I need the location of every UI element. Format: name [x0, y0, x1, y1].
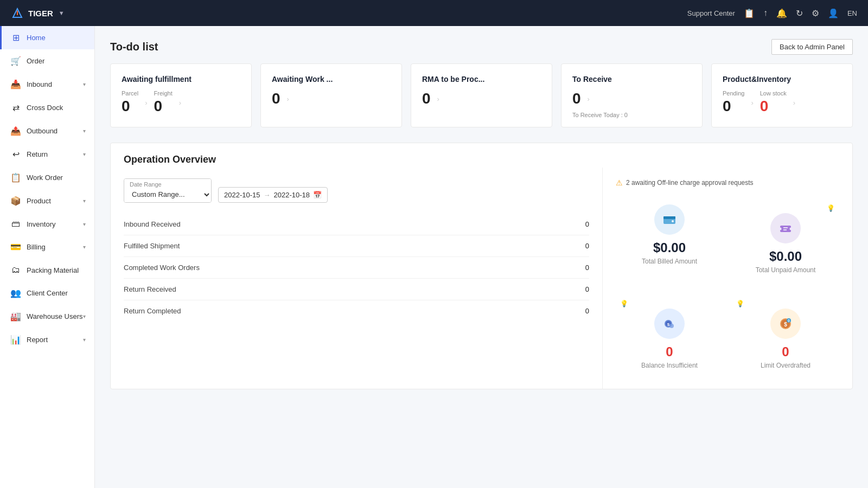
- stats-list: Inbound Received 0 Fulfilled Shipment 0 …: [124, 214, 589, 322]
- parcel-value: 0: [122, 98, 138, 115]
- stat-value: 0: [585, 220, 589, 228]
- home-icon: ⊞: [10, 33, 21, 43]
- metric-total-unpaid: 💡 $0.00: [732, 196, 839, 282]
- date-input-range[interactable]: 2022-10-15 → 2022-10-18 📅: [218, 187, 328, 203]
- card-values-fulfillment: Parcel 0 › Freight 0 ›: [122, 90, 240, 115]
- warehouse-icon: 🏭: [10, 311, 21, 322]
- coins-icon: $: [662, 316, 677, 331]
- sidebar-label-workorder: Work Order: [27, 174, 63, 182]
- chevron-right-icon[interactable]: ›: [791, 97, 797, 109]
- billed-label: Total Billed Amount: [642, 258, 697, 265]
- sidebar-item-billing[interactable]: 💳 Billing ▾: [0, 235, 94, 259]
- outbound-icon: 📤: [10, 126, 21, 136]
- card-awaiting-fulfillment: Awaiting fulfillment Parcel 0 › Freight …: [110, 63, 252, 127]
- card-awaiting-work: Awaiting Work ... 0 ›: [260, 63, 402, 127]
- bell-icon[interactable]: 🔔: [776, 8, 787, 18]
- sidebar-label-billing: Billing: [27, 243, 46, 251]
- wallet-icon: [662, 212, 677, 227]
- overview-left-panel: Date Range Custom Range... 2022-10-15 → …: [111, 168, 603, 389]
- settings-icon[interactable]: ⚙: [812, 8, 819, 18]
- packing-icon: 🗂: [10, 265, 21, 275]
- brand-dropdown-icon[interactable]: ▼: [59, 10, 65, 16]
- sidebar-label-packing: Packing Material: [27, 266, 79, 274]
- sidebar-item-crossdock[interactable]: ⇄ Cross Dock: [0, 96, 94, 119]
- limit-icon-circle: $ 0: [770, 309, 801, 339]
- chevron-right-icon[interactable]: ›: [285, 93, 291, 105]
- work-value: 0: [272, 90, 280, 107]
- sidebar-item-return[interactable]: ↩ Return ▾: [0, 143, 94, 166]
- stat-value: 0: [585, 264, 589, 272]
- unpaid-amount: $0.00: [769, 249, 802, 264]
- limit-amount: 0: [782, 344, 789, 359]
- date-range-selector[interactable]: Date Range Custom Range...: [124, 178, 212, 203]
- card-title-fulfillment: Awaiting fulfillment: [122, 75, 240, 84]
- todo-title: To-do list: [110, 41, 158, 53]
- sidebar-item-report[interactable]: 📊 Report ▾: [0, 328, 94, 351]
- overview-title: Operation Overview: [124, 154, 839, 165]
- chevron-right-icon[interactable]: ›: [749, 97, 755, 109]
- clipboard-icon[interactable]: 📋: [744, 8, 755, 18]
- sidebar-item-outbound[interactable]: 📤 Outbound ▾: [0, 119, 94, 143]
- parcel-label: Parcel: [122, 90, 138, 97]
- stat-label: Completed Work Orders: [124, 264, 200, 272]
- calendar-icon[interactable]: 📅: [313, 191, 322, 199]
- sidebar-item-warehouse[interactable]: 🏭 Warehouse Users ▾: [0, 305, 94, 328]
- metric-total-billed: $0.00 Total Billed Amount: [616, 196, 723, 282]
- sidebar-item-client[interactable]: 👥 Client Center: [0, 281, 94, 305]
- svg-point-4: [672, 220, 674, 222]
- chevron-right-icon[interactable]: ›: [143, 97, 149, 109]
- sidebar-item-product[interactable]: 📦 Product ▾: [0, 189, 94, 213]
- stat-completed-work-orders: Completed Work Orders 0: [124, 257, 589, 279]
- main-content: To-do list Back to Admin Panel Awaiting …: [95, 26, 868, 488]
- pending-value: 0: [723, 98, 744, 115]
- support-center-link[interactable]: Support Center: [687, 9, 735, 17]
- dollar-circle-icon: $ 0: [778, 316, 793, 331]
- sidebar-label-report: Report: [27, 336, 48, 344]
- balance-icon-circle: $: [654, 309, 685, 339]
- sidebar-item-workorder[interactable]: 📋 Work Order: [0, 166, 94, 189]
- chevron-down-icon: ▾: [83, 244, 86, 250]
- stat-value: 0: [585, 307, 589, 315]
- chevron-right-icon[interactable]: ›: [177, 97, 183, 109]
- chevron-down-icon: ▾: [83, 313, 86, 319]
- sidebar-item-order[interactable]: 🛒 Order: [0, 49, 94, 73]
- chevron-down-icon: ▾: [83, 81, 86, 87]
- stat-value: 0: [585, 285, 589, 293]
- language-selector[interactable]: EN: [847, 9, 857, 17]
- sidebar: ⊞ Home 🛒 Order 📥 Inbound ▾ ⇄ Cross Dock: [0, 26, 95, 488]
- chevron-right-icon[interactable]: ›: [435, 93, 442, 105]
- sidebar-label-home: Home: [27, 34, 46, 42]
- export-icon[interactable]: ↑: [763, 8, 768, 18]
- chevron-right-icon[interactable]: ›: [585, 93, 592, 105]
- receive-value: 0: [572, 90, 581, 107]
- date-range-select[interactable]: Custom Range...: [124, 188, 211, 202]
- back-to-admin-button[interactable]: Back to Admin Panel: [771, 39, 853, 55]
- sidebar-label-outbound: Outbound: [27, 127, 58, 135]
- stat-label: Inbound Received: [124, 220, 181, 228]
- card-rma: RMA to be Proc... 0 ›: [411, 63, 552, 127]
- stat-inbound-received: Inbound Received 0: [124, 214, 589, 235]
- sidebar-item-inventory[interactable]: 🗃 Inventory ▾: [0, 213, 94, 235]
- refresh-icon[interactable]: ↻: [796, 8, 803, 18]
- date-start: 2022-10-15: [224, 191, 260, 199]
- billing-icon: 💳: [10, 242, 21, 252]
- sidebar-item-packing[interactable]: 🗂 Packing Material: [0, 259, 94, 281]
- stat-label: Return Completed: [124, 307, 181, 315]
- sidebar-label-warehouse: Warehouse Users: [27, 312, 83, 320]
- card-title-receive: To Receive: [572, 75, 691, 84]
- date-range-group: Date Range Custom Range... 2022-10-15 → …: [124, 178, 589, 203]
- top-navigation: TIGER ▼ Support Center 📋 ↑ 🔔 ↻ ⚙ 👤 EN: [0, 0, 868, 26]
- card-product-inventory: Product&Inventory Pending 0 › Low stock …: [711, 63, 853, 127]
- tiger-logo-icon: [11, 7, 24, 20]
- return-icon: ↩: [10, 149, 21, 159]
- sidebar-item-home[interactable]: ⊞ Home: [0, 26, 94, 49]
- metric-limit-overdrafted: 💡 $ 0 0: [732, 291, 839, 378]
- svg-rect-3: [663, 216, 675, 219]
- user-icon[interactable]: 👤: [828, 8, 839, 18]
- chevron-down-icon: ▾: [83, 337, 86, 343]
- sidebar-label-client: Client Center: [27, 289, 68, 297]
- hint-icon: 💡: [827, 204, 835, 212]
- sidebar-item-inbound[interactable]: 📥 Inbound ▾: [0, 73, 94, 96]
- svg-point-7: [790, 228, 793, 230]
- svg-text:0: 0: [788, 319, 790, 323]
